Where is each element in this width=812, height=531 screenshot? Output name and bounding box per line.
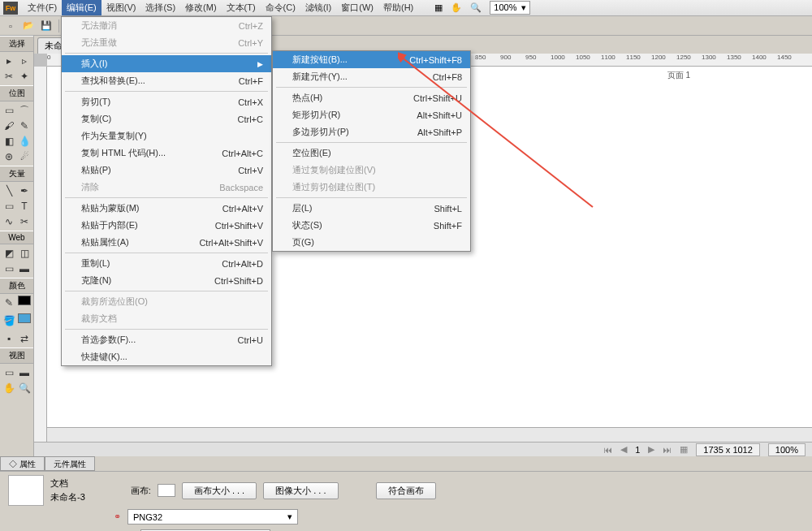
submenu-item[interactable]: 热点(H)Ctrl+Shift+U	[273, 89, 470, 106]
submenu-item[interactable]: 新建元件(Y)...Ctrl+F8	[273, 68, 470, 85]
fill-color-icon[interactable]: 🪣	[2, 313, 16, 328]
blur-tool[interactable]: 💧	[17, 134, 32, 149]
hide-slice-icon[interactable]: ▭	[2, 261, 16, 276]
submenu-item[interactable]: 通过复制创建位图(V)	[273, 162, 470, 179]
submenu-item[interactable]: 空位图(E)	[273, 145, 470, 162]
zoom-level[interactable]: 100%	[768, 443, 806, 456]
new-doc-icon[interactable]: ▫	[3, 19, 18, 33]
freeform-tool[interactable]: ∿	[2, 214, 16, 229]
tab-symbol-properties[interactable]: 元件属性	[45, 456, 95, 471]
menu-item[interactable]: 插入(I)▶	[62, 55, 271, 72]
last-page-icon[interactable]: ⏭	[663, 445, 672, 455]
menu-item[interactable]: 粘贴于内部(E)Ctrl+Shift+V	[62, 217, 271, 234]
canvas-color-swatch[interactable]	[158, 484, 175, 497]
pencil-tool[interactable]: ✎	[17, 119, 32, 133]
pen-tool[interactable]: ✒	[17, 183, 32, 198]
menu-item[interactable]: 重制(L)Ctrl+Alt+D	[62, 255, 271, 272]
submenu-item[interactable]: 层(L)Shift+L	[273, 200, 470, 217]
format-dropdown[interactable]: PNG32▾	[127, 509, 298, 525]
crop-tool[interactable]: ✂	[2, 69, 16, 84]
hand-icon[interactable]: ✋	[451, 2, 462, 13]
full-screen-icon[interactable]: ▬	[17, 365, 32, 380]
subselection-tool[interactable]: ▹	[17, 54, 32, 68]
menu-item[interactable]: 快捷键(K)...	[62, 348, 271, 365]
redeye-tool[interactable]: ☄	[17, 149, 32, 164]
menu-edit[interactable]: 编辑(E)	[62, 0, 102, 15]
menu-item[interactable]: 裁剪所选位图(O)	[62, 293, 271, 310]
misc-nav-icon[interactable]: ▦	[680, 444, 688, 455]
menu-modify[interactable]: 修改(M)	[180, 0, 222, 15]
menu-item[interactable]: 清除Backspace	[62, 179, 271, 196]
menu-item[interactable]: 复制(C)Ctrl+C	[62, 110, 271, 127]
magic-wand-tool[interactable]: ✦	[17, 69, 32, 84]
app-logo: Fw	[3, 2, 18, 15]
magnify-icon[interactable]: 🔍	[470, 2, 482, 13]
hand-tool[interactable]: ✋	[2, 381, 16, 395]
pointer-tool[interactable]: ▸	[2, 54, 16, 68]
submenu-item[interactable]: 状态(S)Shift+F	[273, 217, 470, 234]
default-colors-icon[interactable]: ▪	[2, 331, 16, 346]
slice-tool[interactable]: ◫	[17, 246, 32, 261]
menu-select[interactable]: 选择(S)	[140, 0, 180, 15]
stroke-swatch[interactable]	[18, 296, 31, 305]
section-select: 选择	[0, 36, 33, 52]
submenu-item[interactable]: 多边形切片(P)Alt+Shift+P	[273, 123, 470, 140]
stamp-tool[interactable]: ⊛	[2, 149, 16, 164]
stop-icon[interactable]: ▦	[434, 2, 443, 13]
menu-item[interactable]: 复制 HTML 代码(H)...Ctrl+Alt+C	[62, 145, 271, 162]
first-page-icon[interactable]: ⏮	[603, 445, 612, 455]
menu-item[interactable]: 查找和替换(E)...Ctrl+F	[62, 72, 271, 89]
menu-file[interactable]: 文件(F)	[23, 0, 62, 15]
submenu-item[interactable]: 矩形切片(R)Alt+Shift+U	[273, 106, 470, 123]
section-bitmap: 位图	[0, 85, 33, 101]
stroke-color-icon[interactable]: ✎	[2, 296, 16, 310]
canvas-size-button[interactable]: 画布大小 . . .	[182, 482, 257, 499]
menu-item[interactable]: 剪切(T)Ctrl+X	[62, 93, 271, 110]
menu-item[interactable]: 首选参数(F)...Ctrl+U	[62, 331, 271, 348]
submenu-item[interactable]: 新建按钮(B)...Ctrl+Shift+F8	[273, 51, 470, 68]
menu-item[interactable]: 作为矢量复制(Y)	[62, 127, 271, 145]
menu-item[interactable]: 无法重做Ctrl+Y	[62, 34, 271, 51]
brush-tool[interactable]: 🖌	[2, 119, 16, 133]
section-web: Web	[0, 231, 33, 244]
fill-swatch[interactable]	[18, 313, 31, 323]
menu-item[interactable]: 粘贴属性(A)Ctrl+Alt+Shift+V	[62, 234, 271, 251]
image-size-button[interactable]: 图像大小 . . .	[263, 482, 338, 499]
menu-item[interactable]: 无法撤消Ctrl+Z	[62, 17, 271, 34]
menu-filters[interactable]: 滤镜(I)	[300, 0, 336, 15]
menu-window[interactable]: 窗口(W)	[336, 0, 378, 15]
rectangle-tool[interactable]: ▭	[2, 199, 16, 214]
hotspot-tool[interactable]: ◩	[2, 246, 16, 261]
menu-view[interactable]: 视图(V)	[102, 0, 141, 15]
menu-commands[interactable]: 命令(C)	[261, 0, 300, 15]
submenu-item[interactable]: 通过剪切创建位图(T)	[273, 179, 470, 196]
swap-colors-icon[interactable]: ⇄	[17, 331, 32, 346]
knife-tool[interactable]: ✂	[17, 214, 32, 229]
fit-canvas-button[interactable]: 符合画布	[376, 482, 436, 499]
save-icon[interactable]: 💾	[39, 19, 54, 33]
menu-help[interactable]: 帮助(H)	[378, 0, 418, 15]
show-slice-icon[interactable]: ▬	[17, 261, 32, 276]
prev-page-icon[interactable]: ◀	[620, 444, 627, 455]
lasso-tool[interactable]: ⌒	[17, 103, 32, 118]
marquee-tool[interactable]: ▭	[2, 103, 16, 118]
menu-item[interactable]: 克隆(N)Ctrl+Shift+D	[62, 272, 271, 289]
canvas-dimensions: 1735 x 1012	[696, 443, 760, 456]
submenu-item[interactable]: 页(G)	[273, 234, 470, 251]
property-tabs: ◇ 属性 元件属性	[0, 456, 95, 471]
line-tool[interactable]: ╲	[2, 183, 16, 198]
menu-item[interactable]: 粘贴(P)Ctrl+V	[62, 162, 271, 179]
zoom-tool[interactable]: 🔍	[17, 381, 32, 395]
eraser-tool[interactable]: ◧	[2, 134, 16, 149]
tab-properties[interactable]: ◇ 属性	[0, 456, 45, 471]
menu-item[interactable]: 裁剪文档	[62, 310, 271, 327]
menu-item[interactable]: 粘贴为蒙版(M)Ctrl+Alt+V	[62, 200, 271, 217]
menu-text[interactable]: 文本(T)	[222, 0, 261, 15]
chain-icon[interactable]: ⚭	[114, 512, 121, 522]
text-tool[interactable]: T	[17, 199, 32, 214]
horizontal-scrollbar[interactable]	[47, 427, 812, 442]
open-icon[interactable]: 📂	[21, 19, 36, 33]
zoom-field[interactable]: 100%▾	[490, 1, 530, 15]
standard-screen-icon[interactable]: ▭	[2, 365, 16, 380]
next-page-icon[interactable]: ▶	[648, 444, 654, 455]
